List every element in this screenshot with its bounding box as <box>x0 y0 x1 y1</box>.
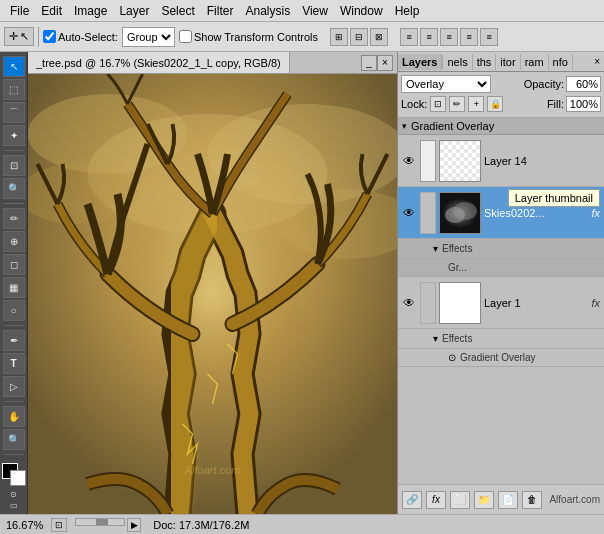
magic-wand-tool[interactable]: ✦ <box>3 125 25 146</box>
skies-visibility[interactable]: 👁 <box>401 205 417 221</box>
align-btn-4[interactable]: ≡ <box>460 28 478 46</box>
skies-fx-badge: fx <box>591 207 600 219</box>
tab-bar: _tree.psd @ 16.7% (Skies0202_1_L copy, R… <box>28 52 397 74</box>
gradient-tool[interactable]: ▦ <box>3 277 25 298</box>
layer14-info: Layer 14 <box>484 155 601 167</box>
toolbar: ✛ ↖ Auto-Select: Group Show Transform Co… <box>0 22 604 52</box>
menu-select[interactable]: Select <box>155 2 200 20</box>
menu-window[interactable]: Window <box>334 2 389 20</box>
auto-select-type[interactable]: Group <box>122 27 175 47</box>
screen-mode[interactable]: ▭ <box>10 501 18 510</box>
layer-item-layer1[interactable]: 👁 Layer 1 fx <box>398 277 604 329</box>
svg-rect-12 <box>440 141 480 181</box>
path-tool[interactable]: ▷ <box>3 376 25 397</box>
layer1-effects-expand[interactable]: ▾ <box>433 333 438 344</box>
layer-item-layer14[interactable]: 👁 <box>398 135 604 187</box>
scroll-right[interactable]: ▶ <box>127 518 141 532</box>
align-btn-5[interactable]: ≡ <box>480 28 498 46</box>
eyedropper-tool[interactable]: 🔍 <box>3 178 25 199</box>
align-btn-2[interactable]: ≡ <box>420 28 438 46</box>
opacity-input[interactable] <box>566 76 601 92</box>
opacity-label: Opacity: <box>524 78 564 90</box>
scroll-controls: ▶ <box>75 518 141 532</box>
fx-btn[interactable]: fx <box>426 491 446 509</box>
skies-gradient-row: Gr... <box>398 259 604 277</box>
transform-btn-2[interactable]: ⊟ <box>350 28 368 46</box>
tab-actions[interactable]: ram <box>521 54 549 70</box>
lock-position[interactable]: + <box>468 96 484 112</box>
pen-tool[interactable]: ✒ <box>3 330 25 351</box>
lock-image[interactable]: ✏ <box>449 96 465 112</box>
transform-btn-3[interactable]: ⊠ <box>370 28 388 46</box>
dodge-tool[interactable]: ○ <box>3 300 25 321</box>
fill-input[interactable] <box>566 96 601 112</box>
layer14-name: Layer 14 <box>484 155 601 167</box>
tab-info[interactable]: nfo <box>549 54 573 70</box>
clone-tool[interactable]: ⊕ <box>3 231 25 252</box>
mask-btn[interactable]: ⬜ <box>450 491 470 509</box>
zoom-fit-btn[interactable]: ⊡ <box>51 518 67 532</box>
layer14-visibility[interactable]: 👁 <box>401 153 417 169</box>
lasso-tool[interactable]: ⌒ <box>3 102 25 123</box>
show-transform-label: Show Transform Controls <box>179 30 318 43</box>
cloud-thumbnail <box>440 193 480 233</box>
align-btn-3[interactable]: ≡ <box>440 28 458 46</box>
tab-channels[interactable]: nels <box>443 54 472 70</box>
transform-btn-1[interactable]: ⊞ <box>330 28 348 46</box>
panel-bottom: 🔗 fx ⬜ 📁 📄 🗑 Alfoart.com <box>398 484 604 514</box>
skies-thumbnail[interactable] <box>439 192 481 234</box>
layer-item-skies[interactable]: 👁 <box>398 187 604 239</box>
scroll-track[interactable] <box>75 518 125 526</box>
brush-tool[interactable]: ✏ <box>3 208 25 229</box>
canvas-area: _tree.psd @ 16.7% (Skies0202_1_L copy, R… <box>28 52 397 514</box>
quick-mask[interactable]: ⊙ <box>10 490 17 499</box>
tab-layers[interactable]: Layers <box>398 54 442 70</box>
move-tool-btn[interactable]: ✛ ↖ <box>4 27 34 46</box>
layer1-effects-label: Effects <box>442 333 472 344</box>
zoom-tool[interactable]: 🔍 <box>3 429 25 450</box>
opacity-row: Opacity: <box>524 76 601 92</box>
color-boxes[interactable] <box>2 463 26 486</box>
menu-analysis[interactable]: Analysis <box>239 2 296 20</box>
skies-effects-expand[interactable]: ▾ <box>433 243 438 254</box>
align-btn-1[interactable]: ≡ <box>400 28 418 46</box>
menu-file[interactable]: File <box>4 2 35 20</box>
background-color[interactable] <box>10 470 26 486</box>
tab-minimize[interactable]: _ <box>361 55 377 71</box>
move-icon: ✛ <box>9 30 18 43</box>
gradient-expand-icon[interactable]: ▾ <box>402 121 407 131</box>
tab-paths[interactable]: ths <box>473 54 497 70</box>
skies-effects-label: Effects <box>442 243 472 254</box>
menu-view[interactable]: View <box>296 2 334 20</box>
move-tool[interactable]: ↖ <box>3 56 25 77</box>
new-layer-btn[interactable]: 📄 <box>498 491 518 509</box>
right-panel: Layers nels ths itor ram nfo × Overlay O… <box>397 52 604 514</box>
menu-edit[interactable]: Edit <box>35 2 68 20</box>
menu-help[interactable]: Help <box>389 2 426 20</box>
lock-transparent[interactable]: ⊡ <box>430 96 446 112</box>
link-layers-btn[interactable]: 🔗 <box>402 491 422 509</box>
tab-history[interactable]: itor <box>496 54 520 70</box>
blend-mode-select[interactable]: Overlay <box>401 75 491 93</box>
document-tab[interactable]: _tree.psd @ 16.7% (Skies0202_1_L copy, R… <box>28 52 290 73</box>
group-btn[interactable]: 📁 <box>474 491 494 509</box>
alfoart-watermark: Alfoart.com <box>549 494 600 505</box>
svg-point-16 <box>453 202 477 220</box>
gradient-overlay-section: ▾ Gradient Overlay <box>398 118 604 135</box>
layer1-link <box>420 282 436 324</box>
eraser-tool[interactable]: ◻ <box>3 254 25 275</box>
menu-filter[interactable]: Filter <box>201 2 240 20</box>
show-transform-checkbox[interactable] <box>179 30 192 43</box>
delete-layer-btn[interactable]: 🗑 <box>522 491 542 509</box>
crop-tool[interactable]: ⊡ <box>3 155 25 176</box>
lock-all[interactable]: 🔒 <box>487 96 503 112</box>
layer1-visibility[interactable]: 👁 <box>401 295 417 311</box>
menu-image[interactable]: Image <box>68 2 113 20</box>
menu-layer[interactable]: Layer <box>113 2 155 20</box>
marquee-tool[interactable]: ⬚ <box>3 79 25 100</box>
tab-close[interactable]: × <box>377 55 393 71</box>
auto-select-checkbox[interactable] <box>43 30 56 43</box>
text-tool[interactable]: T <box>3 353 25 374</box>
hand-tool[interactable]: ✋ <box>3 406 25 427</box>
panel-close-btn[interactable]: × <box>590 54 604 69</box>
